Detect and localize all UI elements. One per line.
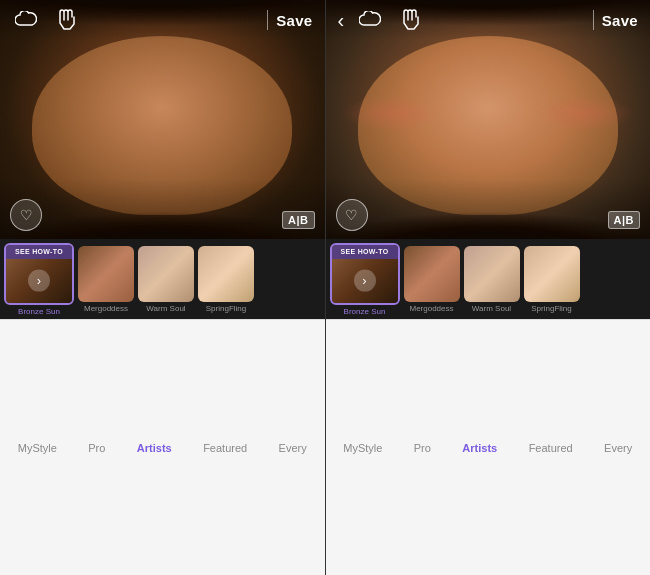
left-heart-button[interactable]: ♡	[10, 199, 42, 231]
right-howto-overlay: SEE HOW-TO	[332, 245, 398, 259]
left-label-mergoddess: Mergoddess	[84, 304, 128, 313]
right-blush-left	[342, 96, 439, 132]
right-nav-every[interactable]: Every	[604, 442, 632, 454]
right-filter-strip: SEE HOW-TO › Bronze Sun Mergoddess Warm …	[326, 239, 651, 319]
right-nav-pro[interactable]: Pro	[414, 442, 431, 454]
right-howto-text: SEE HOW-TO	[341, 248, 389, 256]
left-howto-thumb[interactable]: SEE HOW-TO ›	[4, 243, 74, 305]
right-label-mergoddess: Mergoddess	[409, 304, 453, 313]
left-howto-label: Bronze Sun	[18, 307, 60, 316]
left-thumb-mergoddess	[78, 246, 134, 302]
left-filter-spring-fling[interactable]: SpringFling	[198, 246, 254, 313]
right-filter-mergoddess[interactable]: Mergoddess	[404, 246, 460, 313]
left-nav-artists[interactable]: Artists	[137, 442, 172, 454]
right-nav-mystyle[interactable]: MyStyle	[343, 442, 382, 454]
left-chin-overlay	[0, 179, 325, 239]
right-howto-arrow: ›	[354, 269, 376, 291]
right-filter-howto[interactable]: SEE HOW-TO › Bronze Sun	[330, 243, 400, 316]
left-save-button[interactable]: Save	[276, 12, 312, 29]
left-top-bar-right: Save	[267, 10, 312, 30]
right-label-warm-soul: Warm Soul	[472, 304, 511, 313]
left-filter-strip: SEE HOW-TO › Bronze Sun Mergoddess Warm …	[0, 239, 325, 319]
right-filter-spring-fling[interactable]: SpringFling	[524, 246, 580, 313]
right-heart-button[interactable]: ♡	[336, 199, 368, 231]
right-cloud-icon[interactable]	[356, 6, 384, 34]
right-howto-thumb[interactable]: SEE HOW-TO ›	[330, 243, 400, 305]
left-thumb-warm-soul	[138, 246, 194, 302]
left-howto-overlay: SEE HOW-TO	[6, 245, 72, 259]
left-nav-mystyle[interactable]: MyStyle	[18, 442, 57, 454]
right-ab-badge: A|B	[608, 211, 640, 229]
right-blush-right	[536, 96, 633, 132]
left-howto-text: SEE HOW-TO	[15, 248, 63, 256]
left-filter-mergoddess[interactable]: Mergoddess	[78, 246, 134, 313]
right-save-button[interactable]: Save	[602, 12, 638, 29]
left-top-bar: Save	[0, 0, 325, 40]
left-cloud-icon[interactable]	[12, 6, 40, 34]
right-filter-warm-soul[interactable]: Warm Soul	[464, 246, 520, 313]
left-nav-featured[interactable]: Featured	[203, 442, 247, 454]
right-label-spring-fling: SpringFling	[531, 304, 571, 313]
left-face-skin	[32, 36, 292, 215]
left-ab-badge: A|B	[282, 211, 314, 229]
right-thumb-warm-soul	[464, 246, 520, 302]
left-top-divider	[267, 10, 268, 30]
right-thumb-mergoddess	[404, 246, 460, 302]
right-face-skin	[358, 36, 618, 215]
right-top-bar-right: Save	[593, 10, 638, 30]
right-hand-icon[interactable]	[396, 6, 424, 34]
right-howto-label: Bronze Sun	[344, 307, 386, 316]
left-nav-bar: MyStyle Pro Artists Featured Every	[0, 319, 325, 575]
left-thumb-spring-fling	[198, 246, 254, 302]
right-nav-featured[interactable]: Featured	[529, 442, 573, 454]
right-chin-overlay	[326, 179, 651, 239]
right-top-bar-left: ‹	[338, 6, 425, 34]
right-thumb-spring-fling	[524, 246, 580, 302]
left-top-bar-left	[12, 6, 80, 34]
left-nav-every[interactable]: Every	[279, 442, 307, 454]
panels-container: Save ♡ A|B	[0, 0, 650, 575]
right-nav-bar: MyStyle Pro Artists Featured Every	[326, 319, 651, 575]
right-panel: ‹ Save	[326, 0, 651, 575]
left-filter-warm-soul[interactable]: Warm Soul	[138, 246, 194, 313]
left-label-spring-fling: SpringFling	[206, 304, 246, 313]
left-panel: Save ♡ A|B	[0, 0, 326, 575]
right-back-button[interactable]: ‹	[338, 9, 345, 32]
left-howto-arrow: ›	[28, 269, 50, 291]
left-filter-howto[interactable]: SEE HOW-TO › Bronze Sun	[4, 243, 74, 316]
left-label-warm-soul: Warm Soul	[146, 304, 185, 313]
left-nav-pro[interactable]: Pro	[88, 442, 105, 454]
right-top-bar: ‹ Save	[326, 0, 651, 40]
right-nav-artists[interactable]: Artists	[462, 442, 497, 454]
right-top-divider	[593, 10, 594, 30]
left-hand-icon[interactable]	[52, 6, 80, 34]
